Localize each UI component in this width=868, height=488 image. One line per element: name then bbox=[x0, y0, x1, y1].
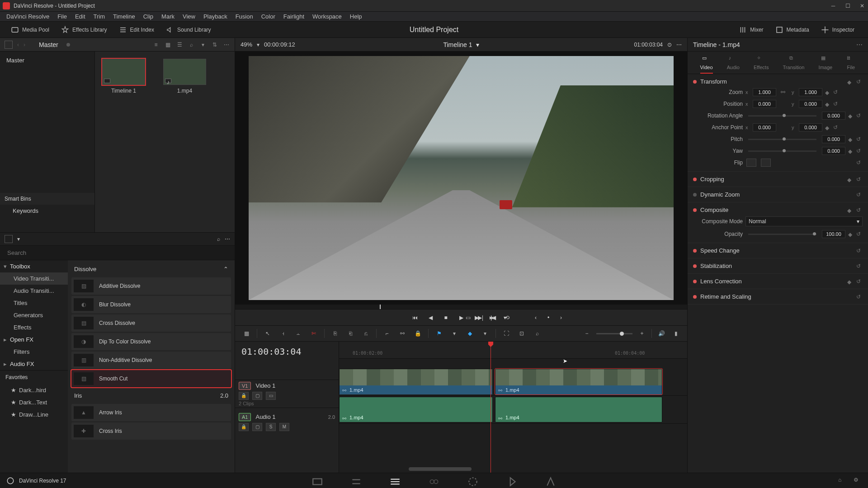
viewer-scrubber[interactable] bbox=[235, 305, 687, 309]
menu-item[interactable]: Color bbox=[258, 12, 279, 21]
transition-item[interactable]: ◐Blur Dissolve bbox=[71, 296, 231, 313]
section-lens-correction[interactable]: Lens Correction◆↺ bbox=[693, 277, 863, 286]
transition-item-selected[interactable]: ▧Smooth Cut bbox=[71, 370, 231, 387]
solo-button[interactable]: S bbox=[266, 423, 276, 431]
timeline-view-icon[interactable]: ▦ bbox=[241, 328, 251, 338]
more-icon[interactable]: ⋯ bbox=[225, 236, 230, 242]
zoom-y-input[interactable] bbox=[799, 88, 822, 96]
selection-tool-icon[interactable]: ↖ bbox=[263, 328, 273, 338]
match-frame-icon[interactable]: › bbox=[557, 314, 565, 322]
home-icon[interactable]: ⌂ bbox=[838, 477, 846, 485]
tree-item[interactable]: ▸Open FX bbox=[0, 333, 68, 346]
menu-item[interactable]: File bbox=[54, 12, 71, 21]
mute-button[interactable]: M bbox=[279, 423, 289, 431]
section-stabilization[interactable]: Stabilization↺ bbox=[693, 261, 863, 271]
timeline-body[interactable]: 01:00:02:00 01:00:04:00 ➤ ⚯1.mp4 ⚯1.mp4 bbox=[339, 342, 687, 473]
pitch-input[interactable] bbox=[822, 135, 845, 143]
search-icon[interactable]: ⌕ bbox=[188, 41, 195, 48]
sort-icon[interactable]: ⇅ bbox=[211, 41, 218, 48]
reset-icon[interactable]: ↺ bbox=[833, 89, 840, 95]
audio-clip[interactable]: ⚯1.mp4 bbox=[339, 397, 493, 422]
audio-track-header[interactable]: A1Audio 12.0 🔒▢SM bbox=[235, 408, 339, 436]
opacity-input[interactable] bbox=[822, 230, 845, 238]
transition-item[interactable]: ▤Cross Dissolve bbox=[71, 314, 231, 332]
snap-icon[interactable]: ⌐ bbox=[382, 328, 392, 338]
effects-search-input[interactable] bbox=[5, 248, 85, 258]
tree-item[interactable]: Titles bbox=[0, 297, 68, 309]
transition-item[interactable]: ▥Non-Additive Dissolve bbox=[71, 352, 231, 369]
anchor-y-input[interactable] bbox=[799, 123, 822, 131]
zoom-in-icon[interactable]: + bbox=[637, 328, 647, 338]
fusion-page-icon[interactable] bbox=[428, 476, 440, 486]
menu-item[interactable]: Fusion bbox=[232, 12, 257, 21]
keyframe-icon[interactable]: ◆ bbox=[848, 231, 854, 237]
section-cropping[interactable]: Cropping◆↺ bbox=[693, 174, 863, 184]
zoom-x-input[interactable] bbox=[753, 88, 776, 96]
section-retime-scaling[interactable]: Retime and Scaling↺ bbox=[693, 292, 863, 301]
deliver-page-icon[interactable] bbox=[545, 476, 557, 486]
rotation-input[interactable] bbox=[822, 112, 845, 120]
menu-item[interactable]: Clip bbox=[140, 12, 157, 21]
trim-tool-icon[interactable]: ⫞ bbox=[278, 328, 288, 338]
zoom-out-icon[interactable]: − bbox=[582, 328, 592, 338]
zoom-level[interactable]: 49% bbox=[241, 41, 252, 48]
audio-icon[interactable]: 🔊 bbox=[656, 328, 666, 338]
more-icon[interactable]: ⋯ bbox=[856, 41, 863, 48]
source-timecode[interactable]: 00:00:09:12 bbox=[264, 41, 295, 48]
reset-icon[interactable]: ↺ bbox=[856, 148, 863, 154]
composite-mode-select[interactable]: Normal ▾ bbox=[745, 216, 863, 226]
stop-icon[interactable]: ■ bbox=[442, 314, 450, 322]
video-clip[interactable]: ⚯1.mp4 bbox=[339, 369, 493, 394]
keyframe-icon[interactable]: ◆ bbox=[847, 207, 853, 213]
reset-icon[interactable]: ↺ bbox=[856, 160, 863, 166]
metadata-toggle[interactable]: Metadata bbox=[771, 24, 814, 36]
favorite-item[interactable]: ★ Dark...hird bbox=[0, 384, 68, 396]
reset-icon[interactable]: ↺ bbox=[856, 278, 863, 285]
menu-item[interactable]: Help bbox=[346, 12, 366, 21]
chevron-left-icon[interactable]: ‹ bbox=[17, 42, 19, 48]
keyframe-icon[interactable]: ◆ bbox=[847, 177, 853, 182]
audio-track[interactable]: ⚯1.mp4 ⚯1.mp4 bbox=[339, 396, 687, 424]
bypass-icon[interactable]: ⊙ bbox=[667, 42, 672, 48]
settings-icon[interactable]: ⚙ bbox=[854, 477, 862, 485]
favorites-header[interactable]: Favorites bbox=[0, 370, 68, 384]
video-track[interactable]: ⚯1.mp4 ⚯1.mp4 bbox=[339, 368, 687, 396]
flip-h-button[interactable] bbox=[746, 159, 756, 167]
tab-video[interactable]: ▭Video bbox=[700, 55, 713, 74]
tab-audio[interactable]: ♪Audio bbox=[727, 55, 740, 74]
chevron-right-icon[interactable]: › bbox=[24, 42, 25, 48]
menu-item[interactable]: Timeline bbox=[109, 12, 139, 21]
tree-item[interactable]: ▸Audio FX bbox=[0, 358, 68, 370]
mixer-toggle[interactable]: Mixer bbox=[734, 24, 768, 36]
tree-item[interactable]: Filters bbox=[0, 346, 68, 358]
tab-file[interactable]: 🗎File bbox=[846, 55, 855, 74]
menu-item[interactable]: Fairlight bbox=[280, 12, 308, 21]
blade-tool-icon[interactable]: ✄ bbox=[309, 328, 319, 338]
keyframe-icon[interactable]: ◆ bbox=[847, 79, 853, 84]
keyframe-icon[interactable]: ◆ bbox=[848, 136, 854, 142]
reset-icon[interactable]: ↺ bbox=[856, 294, 863, 300]
tab-transition[interactable]: ⧉Transition bbox=[783, 55, 805, 74]
prev-edit-icon[interactable]: |◀ bbox=[489, 314, 497, 322]
media-pool-toggle[interactable]: Media Pool bbox=[6, 24, 54, 36]
chevron-down-icon[interactable]: ▾ bbox=[501, 314, 509, 322]
timecode-display[interactable]: 01:00:03:04 bbox=[235, 342, 339, 361]
timeline-ruler[interactable]: 01:00:02:00 01:00:04:00 bbox=[339, 342, 687, 359]
transition-item[interactable]: ◑Dip To Color Dissolve bbox=[71, 333, 231, 350]
zoom-custom-icon[interactable]: ⌕ bbox=[532, 328, 542, 338]
viewer[interactable] bbox=[235, 52, 687, 305]
video-clip-selected[interactable]: ⚯1.mp4 bbox=[495, 369, 662, 394]
more-icon[interactable]: ⋯ bbox=[223, 41, 230, 48]
fairlight-page-icon[interactable] bbox=[506, 476, 518, 486]
transition-item[interactable]: ▨Additive Dissolve bbox=[71, 277, 231, 295]
auto-select-icon[interactable]: ▢ bbox=[252, 423, 262, 431]
rotation-slider[interactable] bbox=[748, 115, 816, 117]
favorite-item[interactable]: ★ Dark...Text bbox=[0, 396, 68, 408]
sound-library-toggle[interactable]: Sound Library bbox=[161, 24, 216, 36]
zoom-detail-icon[interactable]: ⊡ bbox=[517, 328, 527, 338]
keyframe-icon[interactable]: ◆ bbox=[825, 101, 830, 107]
close-icon[interactable]: ✕ bbox=[859, 3, 865, 9]
record-timecode[interactable]: 01:00:03:04 bbox=[634, 42, 663, 48]
timeline-scrollbar[interactable] bbox=[339, 467, 687, 472]
keyframe-icon[interactable]: ◆ bbox=[847, 279, 853, 284]
